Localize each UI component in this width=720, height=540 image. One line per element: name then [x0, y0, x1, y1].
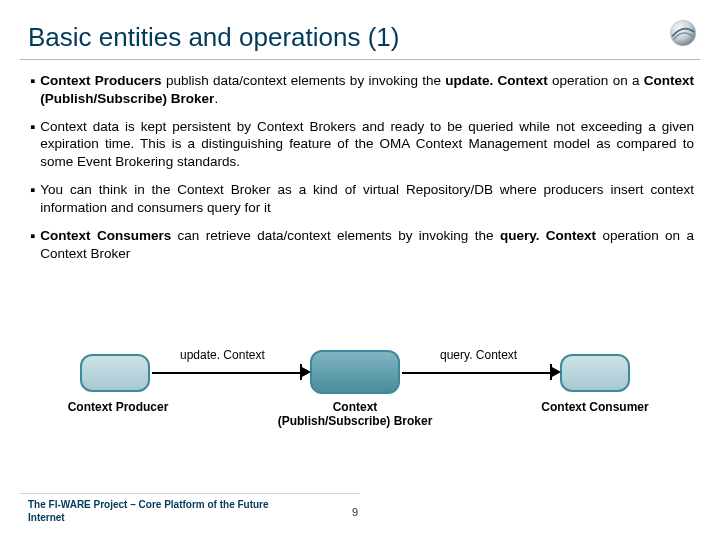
arrow-update: [152, 372, 308, 374]
arrow-head-icon: [302, 367, 311, 377]
bullet-text: Context Producers publish data/context e…: [40, 72, 694, 108]
bullet-list: ▪ Context Producers publish data/context…: [0, 72, 720, 262]
bullet-item: ▪ Context data is kept persistent by Con…: [30, 118, 694, 171]
page-number: 9: [352, 506, 358, 518]
footer-text: The FI-WARE Project – Core Platform of t…: [28, 499, 288, 524]
arrow-head-icon: [552, 367, 561, 377]
producer-label: Context Producer: [38, 400, 198, 414]
title-divider: [20, 59, 700, 60]
bullet-text: Context data is kept persistent by Conte…: [40, 118, 694, 171]
bullet-item: ▪ Context Producers publish data/context…: [30, 72, 694, 108]
broker-node: [310, 350, 400, 394]
arrow-query-label: query. Context: [440, 348, 517, 362]
bullet-item: ▪ You can think in the Context Broker as…: [30, 181, 694, 217]
arrow-query: [402, 372, 558, 374]
bullet-marker: ▪: [30, 227, 35, 263]
diagram: update. Context query. Context Context P…: [0, 340, 720, 460]
bullet-marker: ▪: [30, 118, 35, 171]
slide-logo: [668, 18, 698, 48]
bullet-marker: ▪: [30, 181, 35, 217]
footer-divider: [20, 493, 360, 494]
producer-node: [80, 354, 150, 392]
broker-label: Context (Publish/Subscribe) Broker: [275, 400, 435, 428]
consumer-label: Context Consumer: [515, 400, 675, 414]
bullet-marker: ▪: [30, 72, 35, 108]
bullet-item: ▪ Context Consumers can retrieve data/co…: [30, 227, 694, 263]
consumer-node: [560, 354, 630, 392]
slide-title: Basic entities and operations (1): [0, 0, 720, 59]
bullet-text: Context Consumers can retrieve data/cont…: [40, 227, 694, 263]
bullet-text: You can think in the Context Broker as a…: [40, 181, 694, 217]
arrow-update-label: update. Context: [180, 348, 265, 362]
